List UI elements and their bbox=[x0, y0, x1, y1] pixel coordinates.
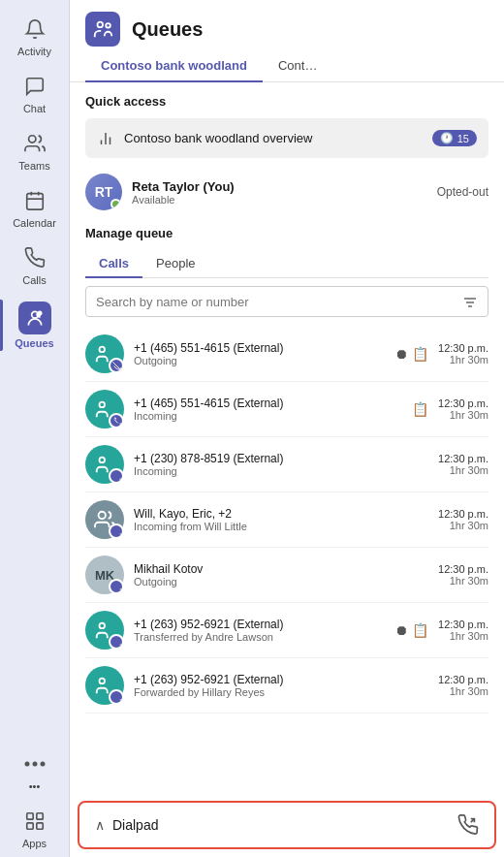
content-area: Quick access Contoso bank woodland overv… bbox=[70, 82, 504, 793]
dialpad-phone-icon bbox=[457, 814, 479, 836]
sidebar-item-activity[interactable]: Activity bbox=[0, 8, 69, 65]
transcript-icon: 📋 bbox=[412, 401, 428, 417]
call-avatar bbox=[85, 445, 124, 484]
record-icon: ⏺ bbox=[394, 346, 408, 362]
manage-queue-title: Manage queue bbox=[85, 226, 488, 240]
dialpad-bar[interactable]: ∧ Dialpad bbox=[78, 801, 496, 849]
transcript-icon: 📋 bbox=[412, 346, 428, 362]
call-duration: 1hr 30m bbox=[438, 409, 488, 421]
call-number: +1 (465) 551-4615 (External) bbox=[134, 397, 402, 410]
call-avatar bbox=[85, 666, 124, 705]
tab-contoso-bank[interactable]: Contoso bank woodland bbox=[85, 50, 263, 82]
teams-icon bbox=[21, 130, 48, 157]
call-time: 12:30 p.m. bbox=[438, 674, 488, 685]
svg-point-10 bbox=[40, 762, 45, 767]
user-name: Reta Taylor (You) bbox=[132, 179, 427, 194]
call-icons: ⏺ 📋 bbox=[394, 346, 428, 362]
tab-calls[interactable]: Calls bbox=[85, 250, 142, 278]
tab-people[interactable]: People bbox=[142, 250, 208, 278]
table-row[interactable]: Will, Kayo, Eric, +2 Incoming from Will … bbox=[85, 492, 488, 548]
table-row[interactable]: +1 (465) 551-4615 (External) Outgoing ⏺ … bbox=[85, 327, 488, 382]
call-number: +1 (263) 952-6921 (External) bbox=[134, 618, 385, 631]
user-avatar: RT bbox=[85, 174, 122, 210]
svg-rect-11 bbox=[26, 813, 32, 819]
svg-point-25 bbox=[100, 458, 106, 463]
sidebar-item-calendar[interactable]: Calendar bbox=[0, 179, 69, 237]
svg-rect-14 bbox=[36, 823, 42, 829]
table-row[interactable]: +1 (465) 551-4615 (External) Incoming 📋 … bbox=[85, 382, 488, 437]
header-queues-icon bbox=[85, 12, 120, 47]
call-duration: 1hr 30m bbox=[438, 575, 488, 587]
call-icons: ⏺ 📋 bbox=[394, 622, 428, 638]
sidebar-item-teams[interactable]: Teams bbox=[0, 122, 69, 179]
search-input[interactable] bbox=[96, 295, 455, 309]
call-info: Will, Kayo, Eric, +2 Incoming from Will … bbox=[134, 507, 419, 532]
table-row[interactable]: +1 (263) 952-6921 (External) Transferred… bbox=[85, 603, 488, 658]
call-direction-badge bbox=[109, 634, 124, 650]
svg-rect-13 bbox=[26, 823, 32, 829]
search-bar[interactable] bbox=[85, 286, 488, 317]
call-direction-badge bbox=[109, 579, 124, 594]
sidebar-item-calls[interactable]: Calls bbox=[0, 237, 69, 294]
svg-point-28 bbox=[100, 679, 106, 684]
overview-chart-icon bbox=[97, 128, 114, 148]
sidebar-teams-label: Teams bbox=[18, 160, 49, 172]
call-info: +1 (230) 878-8519 (External) Incoming bbox=[134, 452, 419, 477]
sidebar-more-label: ••• bbox=[29, 780, 41, 792]
call-number: Mikhail Kotov bbox=[134, 562, 419, 576]
svg-point-8 bbox=[24, 762, 29, 767]
call-time-info: 12:30 p.m. 1hr 30m bbox=[438, 563, 488, 587]
quick-access-item[interactable]: Contoso bank woodland overview 🕐 15 bbox=[85, 118, 488, 158]
call-duration: 1hr 30m bbox=[438, 354, 488, 365]
call-direction-badge bbox=[109, 358, 124, 373]
call-list: +1 (465) 551-4615 (External) Outgoing ⏺ … bbox=[85, 327, 488, 714]
call-time-info: 12:30 p.m. 1hr 30m bbox=[438, 619, 488, 642]
table-row[interactable]: MK Mikhail Kotov Outgoing 12:30 p.m. 1hr… bbox=[85, 548, 488, 603]
sidebar-calls-label: Calls bbox=[22, 274, 46, 286]
sidebar-calendar-label: Calendar bbox=[13, 217, 56, 229]
sidebar-item-chat[interactable]: Chat bbox=[0, 65, 69, 122]
filter-icon[interactable] bbox=[462, 293, 478, 310]
sidebar-item-more[interactable]: ••• bbox=[0, 743, 69, 800]
call-time-info: 12:30 p.m. 1hr 30m bbox=[438, 453, 488, 476]
page-title: Queues bbox=[132, 18, 203, 41]
call-avatar bbox=[85, 390, 124, 428]
badge-count: 15 bbox=[457, 133, 469, 144]
call-duration: 1hr 30m bbox=[438, 685, 488, 697]
queues-icon-bg: Q bbox=[18, 302, 51, 334]
call-time: 12:30 p.m. bbox=[438, 563, 488, 575]
top-tabs: Contoso bank woodland Cont… bbox=[70, 50, 504, 82]
quick-access-title: Quick access bbox=[85, 94, 488, 109]
chat-icon bbox=[21, 73, 48, 100]
sidebar-item-queues[interactable]: Q Queues bbox=[0, 294, 69, 357]
dialpad-left: ∧ Dialpad bbox=[95, 817, 158, 833]
call-direction: Incoming bbox=[134, 410, 402, 422]
sidebar: Activity Chat Teams bbox=[0, 0, 70, 857]
user-initials: RT bbox=[95, 184, 113, 200]
call-direction: Incoming bbox=[134, 465, 419, 477]
svg-point-24 bbox=[100, 402, 106, 408]
quick-access-label: Contoso bank woodland overview bbox=[124, 131, 423, 145]
sidebar-item-apps[interactable]: Apps bbox=[0, 800, 69, 857]
user-status-indicator bbox=[110, 199, 121, 209]
sidebar-queues-label: Queues bbox=[15, 337, 53, 349]
transcript-icon: 📋 bbox=[412, 622, 428, 638]
call-direction: Outgoing bbox=[134, 576, 419, 587]
call-direction-badge bbox=[109, 413, 124, 428]
main-content: Queues Contoso bank woodland Cont… Quick… bbox=[70, 0, 504, 857]
call-direction-badge bbox=[109, 689, 124, 705]
sidebar-chat-label: Chat bbox=[23, 103, 46, 114]
call-direction: Outgoing bbox=[134, 355, 385, 366]
call-time: 12:30 p.m. bbox=[438, 342, 488, 354]
call-time: 12:30 p.m. bbox=[438, 397, 488, 409]
call-avatar: MK bbox=[85, 555, 124, 594]
svg-rect-12 bbox=[36, 813, 42, 819]
tab-cont[interactable]: Cont… bbox=[263, 50, 332, 82]
call-number: +1 (263) 952-6921 (External) bbox=[134, 673, 419, 686]
opted-out-label: Opted-out bbox=[437, 185, 488, 199]
user-row: RT Reta Taylor (You) Available Opted-out bbox=[85, 168, 488, 216]
quick-access-badge: 🕐 15 bbox=[432, 130, 477, 146]
table-row[interactable]: +1 (230) 878-8519 (External) Incoming 12… bbox=[85, 437, 488, 492]
calls-icon bbox=[21, 244, 48, 271]
table-row[interactable]: +1 (263) 952-6921 (External) Forwarded b… bbox=[85, 658, 488, 714]
